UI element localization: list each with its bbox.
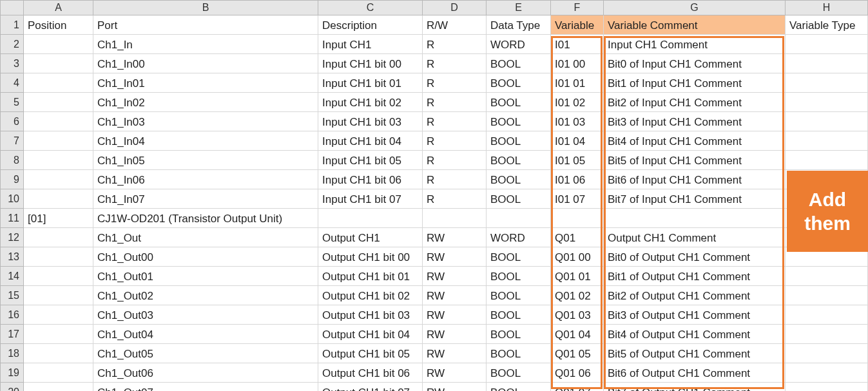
cell-C11[interactable] xyxy=(318,209,423,228)
cell-F11[interactable] xyxy=(551,209,604,228)
cell-C17[interactable]: Output CH1 bit 04 xyxy=(318,325,423,344)
cell-A11[interactable]: [01] xyxy=(24,209,93,228)
cell-G9[interactable]: Bit6 of Input CH1 Comment xyxy=(604,170,786,189)
cell-C6[interactable]: Input CH1 bit 03 xyxy=(318,112,423,131)
cell-F3[interactable]: I01 00 xyxy=(551,54,604,73)
cell-A7[interactable] xyxy=(24,131,93,151)
cell-A3[interactable] xyxy=(24,54,93,73)
cell-A9[interactable] xyxy=(24,170,93,189)
cell-B10[interactable]: Ch1_In07 xyxy=(93,189,318,209)
cell-F4[interactable]: I01 01 xyxy=(551,73,604,93)
cell-G13[interactable]: Bit0 of Output CH1 Comment xyxy=(604,247,786,267)
cell-D17[interactable]: RW xyxy=(423,325,487,344)
header-cell-C[interactable]: Description xyxy=(318,15,423,35)
header-cell-E[interactable]: Data Type xyxy=(487,15,551,35)
row-header-10[interactable]: 10 xyxy=(0,189,24,209)
cell-F9[interactable]: I01 06 xyxy=(551,170,604,189)
cell-H2[interactable] xyxy=(786,35,868,54)
cell-E8[interactable]: BOOL xyxy=(487,151,551,170)
cell-C3[interactable]: Input CH1 bit 00 xyxy=(318,54,423,73)
cell-D2[interactable]: R xyxy=(423,35,487,54)
col-header-G[interactable]: G xyxy=(604,0,786,15)
col-header-D[interactable]: D xyxy=(423,0,487,15)
row-header-20[interactable]: 20 xyxy=(0,383,24,391)
cell-D4[interactable]: R xyxy=(423,73,487,93)
cell-C16[interactable]: Output CH1 bit 03 xyxy=(318,305,423,325)
cell-E17[interactable]: BOOL xyxy=(487,325,551,344)
cell-A19[interactable] xyxy=(24,363,93,383)
cell-E7[interactable]: BOOL xyxy=(487,131,551,151)
cell-B20[interactable]: Ch1_Out07 xyxy=(93,383,318,391)
col-header-A[interactable]: A xyxy=(24,0,93,15)
cell-H20[interactable] xyxy=(786,383,868,391)
cell-H6[interactable] xyxy=(786,112,868,131)
cell-C13[interactable]: Output CH1 bit 00 xyxy=(318,247,423,267)
cell-E2[interactable]: WORD xyxy=(487,35,551,54)
cell-C20[interactable]: Output CH1 bit 07 xyxy=(318,383,423,391)
cell-E20[interactable]: BOOL xyxy=(487,383,551,391)
cell-D3[interactable]: R xyxy=(423,54,487,73)
row-header-13[interactable]: 13 xyxy=(0,247,24,267)
cell-D20[interactable]: RW xyxy=(423,383,487,391)
cell-B16[interactable]: Ch1_Out03 xyxy=(93,305,318,325)
cell-B9[interactable]: Ch1_In06 xyxy=(93,170,318,189)
cell-E16[interactable]: BOOL xyxy=(487,305,551,325)
cell-C14[interactable]: Output CH1 bit 01 xyxy=(318,267,423,286)
row-header-1[interactable]: 1 xyxy=(0,15,24,35)
cell-A13[interactable] xyxy=(24,247,93,267)
cell-B14[interactable]: Ch1_Out01 xyxy=(93,267,318,286)
row-header-11[interactable]: 11 xyxy=(0,209,24,228)
cell-B8[interactable]: Ch1_In05 xyxy=(93,151,318,170)
cell-D8[interactable]: R xyxy=(423,151,487,170)
cell-D14[interactable]: RW xyxy=(423,267,487,286)
cell-H18[interactable] xyxy=(786,344,868,363)
cell-D11[interactable] xyxy=(423,209,487,228)
cell-E5[interactable]: BOOL xyxy=(487,93,551,112)
header-cell-D[interactable]: R/W xyxy=(423,15,487,35)
cell-A15[interactable] xyxy=(24,286,93,305)
cell-B19[interactable]: Ch1_Out06 xyxy=(93,363,318,383)
cell-B6[interactable]: Ch1_In03 xyxy=(93,112,318,131)
cell-A10[interactable] xyxy=(24,189,93,209)
cell-A18[interactable] xyxy=(24,344,93,363)
row-header-4[interactable]: 4 xyxy=(0,73,24,93)
cell-C8[interactable]: Input CH1 bit 05 xyxy=(318,151,423,170)
cell-G5[interactable]: Bit2 of Input CH1 Comment xyxy=(604,93,786,112)
header-cell-B[interactable]: Port xyxy=(93,15,318,35)
col-header-C[interactable]: C xyxy=(318,0,423,15)
cell-F20[interactable]: Q01 07 xyxy=(551,383,604,391)
cell-C5[interactable]: Input CH1 bit 02 xyxy=(318,93,423,112)
cell-B5[interactable]: Ch1_In02 xyxy=(93,93,318,112)
cell-A8[interactable] xyxy=(24,151,93,170)
cell-H14[interactable] xyxy=(786,267,868,286)
cell-H4[interactable] xyxy=(786,73,868,93)
cell-C4[interactable]: Input CH1 bit 01 xyxy=(318,73,423,93)
cell-C7[interactable]: Input CH1 bit 04 xyxy=(318,131,423,151)
cell-E13[interactable]: BOOL xyxy=(487,247,551,267)
row-header-9[interactable]: 9 xyxy=(0,170,24,189)
cell-C10[interactable]: Input CH1 bit 07 xyxy=(318,189,423,209)
cell-F13[interactable]: Q01 00 xyxy=(551,247,604,267)
col-header-H[interactable]: H xyxy=(786,0,868,15)
cell-B17[interactable]: Ch1_Out04 xyxy=(93,325,318,344)
spreadsheet-grid[interactable]: ABCDEFGH1PositionPortDescriptionR/WData … xyxy=(0,0,868,391)
cell-C9[interactable]: Input CH1 bit 06 xyxy=(318,170,423,189)
cell-E19[interactable]: BOOL xyxy=(487,363,551,383)
cell-G6[interactable]: Bit3 of Input CH1 Comment xyxy=(604,112,786,131)
cell-C2[interactable]: Input CH1 xyxy=(318,35,423,54)
header-cell-H[interactable]: Variable Type xyxy=(786,15,868,35)
row-header-18[interactable]: 18 xyxy=(0,344,24,363)
cell-A12[interactable] xyxy=(24,228,93,247)
cell-G11[interactable] xyxy=(604,209,786,228)
cell-C19[interactable]: Output CH1 bit 06 xyxy=(318,363,423,383)
cell-D7[interactable]: R xyxy=(423,131,487,151)
header-cell-G[interactable]: Variable Comment xyxy=(604,15,786,35)
cell-E3[interactable]: BOOL xyxy=(487,54,551,73)
cell-E10[interactable]: BOOL xyxy=(487,189,551,209)
cell-C18[interactable]: Output CH1 bit 05 xyxy=(318,344,423,363)
cell-G7[interactable]: Bit4 of Input CH1 Comment xyxy=(604,131,786,151)
cell-G14[interactable]: Bit1 of Output CH1 Comment xyxy=(604,267,786,286)
cell-D5[interactable]: R xyxy=(423,93,487,112)
cell-D9[interactable]: R xyxy=(423,170,487,189)
row-header-8[interactable]: 8 xyxy=(0,151,24,170)
